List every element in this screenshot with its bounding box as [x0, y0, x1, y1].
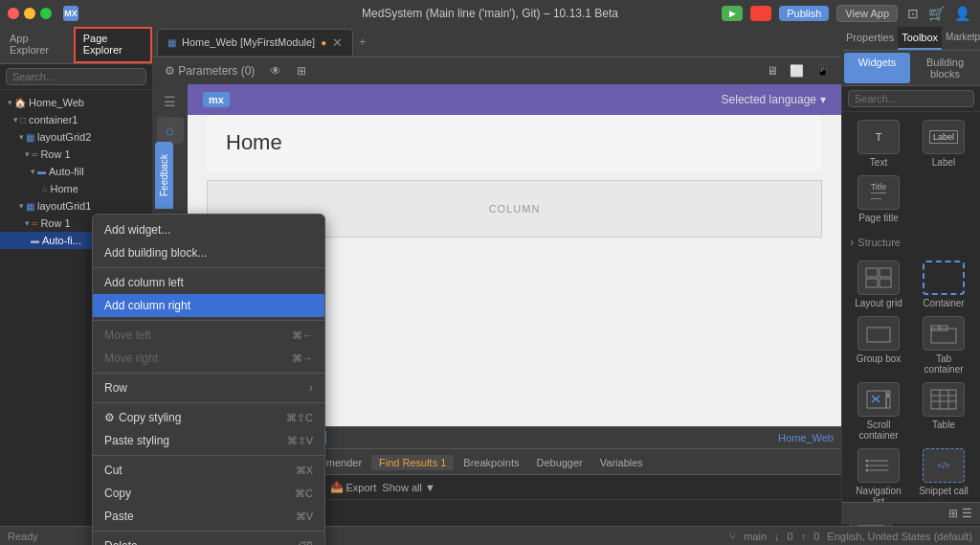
tree-item-container1[interactable]: ▾ □ container1 [0, 111, 152, 128]
ctx-paste-styling-label: Paste styling [104, 434, 169, 447]
ctx-move-left-shortcut: ⌘← [292, 329, 313, 342]
structure-widget-grid: Layout grid Container Group box [842, 253, 980, 514]
ctx-paste[interactable]: Paste ⌘V [93, 505, 324, 528]
right-panel: Properties Toolbox Marketpla... Widgets … [841, 27, 980, 545]
grid-view-toggle[interactable]: ⊞ [947, 507, 960, 520]
bottom-tab-variables[interactable]: Variables [592, 455, 651, 470]
locale-label[interactable]: English, United States (default) [827, 531, 972, 542]
scroll-container-icon [858, 382, 900, 417]
tab-container-widget[interactable]: Tab container [915, 316, 972, 375]
run-button[interactable]: ▶ [722, 6, 743, 21]
ctx-copy[interactable]: Copy ⌘C [93, 482, 324, 505]
right-search-input[interactable] [848, 90, 974, 107]
new-tab-button[interactable]: + [355, 35, 369, 49]
tree-item-home[interactable]: ⌂ Home [0, 180, 152, 197]
titlebar-icons: ⊡ 🛒 👤 [905, 6, 972, 21]
label-widget[interactable]: Label Label [915, 120, 972, 168]
cart-icon[interactable]: 🛒 [926, 6, 947, 21]
maximize-button[interactable] [40, 8, 52, 19]
monitor-icon[interactable]: ⊡ [905, 6, 921, 21]
show-all-button[interactable]: Show all ▼ [382, 482, 435, 493]
toolbox-tab[interactable]: Toolbox [898, 27, 942, 50]
ctx-cut[interactable]: Cut ⌘X [93, 459, 324, 482]
svg-rect-2 [866, 279, 878, 287]
up-arrow-icon: ↑ [801, 531, 807, 542]
building-blocks-sub-tab[interactable]: Building blocks [912, 53, 978, 83]
tablet-view-button[interactable]: ⬜ [786, 63, 808, 79]
group-box-label: Group box [857, 353, 902, 364]
ctx-copy-styling[interactable]: ⚙Copy styling ⌘⇧C [93, 406, 324, 429]
ctx-row-arrow: › [309, 381, 313, 395]
stop-button[interactable] [750, 6, 771, 21]
tab-close-button[interactable]: ✕ [332, 36, 343, 49]
ctx-move-right-label: Move right [104, 352, 158, 365]
widgets-sub-tab[interactable]: Widgets [844, 53, 910, 83]
list-view-toggle[interactable]: ☰ [960, 507, 974, 520]
nav-list-widget[interactable]: Navigation list [850, 448, 907, 507]
page-title-widget-icon: Title ── [858, 175, 900, 210]
tree-item-layoutgrid1[interactable]: ▾ ▦ layoutGrid1 [0, 197, 152, 215]
desktop-view-button[interactable]: 🖥 [763, 63, 782, 79]
layout-grid-widget[interactable]: Layout grid [850, 261, 907, 308]
marketplace-tab[interactable]: Marketpla... [942, 27, 980, 50]
mobile-view-button[interactable]: 📱 [812, 63, 834, 79]
home-web-icon: 🏠 [14, 98, 26, 108]
label-widget-label: Label [932, 157, 955, 168]
minimize-button[interactable] [24, 8, 35, 19]
publish-button[interactable]: Publish [779, 6, 829, 21]
export-button[interactable]: 📤 Export [330, 481, 377, 493]
page-explorer-tab[interactable]: Page Explorer [74, 27, 152, 63]
ctx-add-widget[interactable]: Add widget... [93, 218, 324, 241]
sidebar-search-input[interactable] [6, 68, 146, 85]
ctx-add-column-left[interactable]: Add column left [93, 271, 324, 294]
properties-tab[interactable]: Properties [842, 27, 898, 50]
params-label: Parameters (0) [178, 64, 255, 78]
up-count: 0 [813, 531, 819, 542]
widget-grid-top: T Text Label Label Title ── Page title [842, 112, 980, 231]
scroll-container-widget[interactable]: Scroll container [850, 382, 907, 441]
grid-view-button[interactable]: ⊞ [293, 63, 310, 79]
svg-point-22 [866, 465, 869, 467]
params-button[interactable]: ⚙ Parameters (0) [161, 63, 258, 79]
snippet-call-label: Snippet call [919, 486, 969, 496]
svg-point-23 [866, 469, 869, 472]
home-web-tab[interactable]: ▦ Home_Web [MyFirstModule] ● ✕ [157, 29, 353, 56]
table-widget[interactable]: Table [915, 382, 972, 441]
ctx-sep-3 [93, 373, 324, 374]
page-title-widget[interactable]: Title ── Page title [850, 175, 907, 223]
expand-icon: ▾ [31, 167, 35, 176]
app-icon: MX [63, 6, 78, 21]
text-widget[interactable]: T Text [850, 120, 907, 168]
home-nav-icon[interactable]: ⌂ [157, 117, 184, 144]
ctx-sep-2 [93, 320, 324, 321]
ctx-add-building-block[interactable]: Add building block... [93, 241, 324, 264]
ctx-add-column-right[interactable]: Add column right [93, 294, 324, 317]
language-selector[interactable]: Selected language ▾ [722, 93, 826, 106]
tree-item-row1-a[interactable]: ▾ ═ Row 1 [0, 146, 152, 163]
feedback-tab[interactable]: Feedback [155, 142, 173, 209]
view-app-button[interactable]: View App [836, 5, 898, 22]
breadcrumb-path[interactable]: Home_Web [778, 432, 834, 443]
hamburger-nav-icon[interactable]: ☰ [157, 88, 184, 115]
bottom-tab-find-results[interactable]: Find Results 1 [371, 455, 454, 470]
ctx-sep-5 [93, 455, 324, 456]
app-explorer-tab[interactable]: App Explorer [0, 27, 74, 63]
snippet-call-widget[interactable]: </> Snippet call [915, 448, 972, 507]
ctx-paste-styling[interactable]: Paste styling ⌘⇧V [93, 429, 324, 452]
ctx-copy-styling-label: ⚙Copy styling [104, 411, 181, 424]
bottom-tab-debugger[interactable]: Debugger [528, 455, 590, 470]
ctx-delete[interactable]: Delete ⌫ [93, 534, 324, 545]
eye-button[interactable]: 👁 [266, 63, 285, 79]
tree-item-layoutgrid2[interactable]: ▾ ▦ layoutGrid2 [0, 128, 152, 146]
tree-item-home-web[interactable]: ▾ 🏠 Home_Web [0, 94, 152, 111]
ctx-copy-label: Copy [104, 487, 131, 500]
user-icon[interactable]: 👤 [952, 6, 972, 21]
tree-item-autofill-a[interactable]: ▾ ▬ Auto-fill [0, 163, 152, 180]
expand-icon: ▾ [8, 98, 12, 107]
ctx-row[interactable]: Row › [93, 376, 324, 399]
group-box-widget[interactable]: Group box [850, 316, 907, 375]
close-button[interactable] [8, 8, 19, 19]
bottom-tab-breakpoints[interactable]: Breakpoints [456, 455, 526, 470]
container-widget[interactable]: Container [915, 261, 972, 308]
main-layout: App Explorer Page Explorer ▾ 🏠 Home_Web … [0, 27, 980, 545]
